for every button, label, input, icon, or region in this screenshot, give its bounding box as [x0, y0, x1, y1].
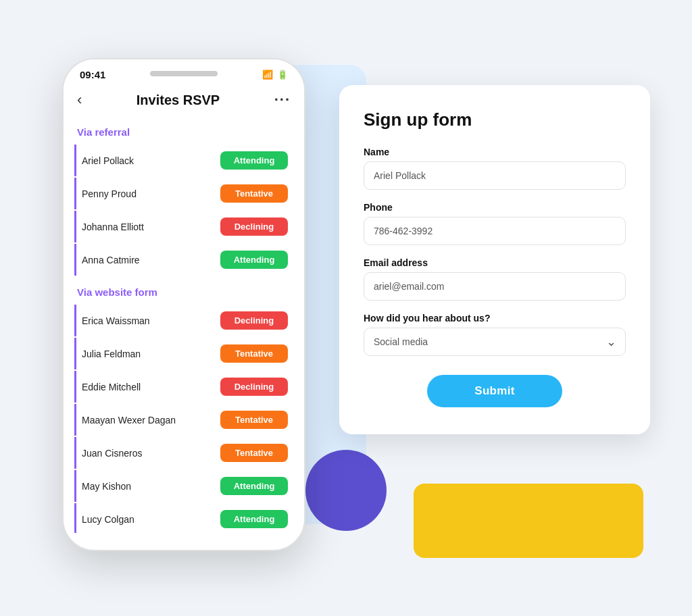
phone-input[interactable] — [364, 217, 626, 245]
name-input[interactable] — [364, 161, 626, 190]
decor-yellow-rect — [414, 484, 643, 558]
signup-form-card: Sign up form Name Phone Email address Ho… — [339, 85, 650, 434]
name-group: Name — [364, 147, 626, 190]
hear-about-group: How did you hear about us? Social mediaW… — [364, 313, 626, 356]
email-label: Email address — [364, 257, 626, 268]
hear-about-label: How did you hear about us? — [364, 313, 626, 324]
phone-label: Phone — [364, 202, 626, 213]
status-badge: Attending — [220, 510, 288, 528]
status-badge: Attending — [220, 251, 288, 269]
section-label: Via website form — [77, 286, 293, 298]
phone-group: Phone — [364, 202, 626, 245]
rsvp-item[interactable]: Juan CisnerosTentative — [74, 437, 293, 469]
rsvp-name: Penny Proud — [82, 188, 137, 199]
status-badge: Tentative — [220, 444, 288, 462]
rsvp-item[interactable]: Julia FeldmanTentative — [74, 338, 293, 369]
phone-title: Invites RSVP — [137, 93, 220, 108]
rsvp-item[interactable]: Ariel PollackAttending — [74, 145, 293, 176]
hear-about-select-wrapper: Social mediaWord of mouthAdvertisementOt… — [364, 328, 626, 356]
rsvp-list: Erica WaissmanDecliningJulia FeldmanTent… — [74, 305, 293, 533]
rsvp-item[interactable]: Johanna ElliottDeclining — [74, 211, 293, 242]
rsvp-item[interactable]: Anna CatmireAttending — [74, 244, 293, 276]
status-badge: Declining — [220, 217, 288, 236]
rsvp-name: Maayan Wexer Dagan — [82, 415, 176, 426]
status-badge: Declining — [220, 311, 288, 330]
phone-time: 09:41 — [80, 69, 105, 80]
more-button[interactable]: ··· — [274, 91, 291, 109]
phone-mockup: 09:41 📶 🔋 ‹ Invites RSVP ··· Via referra… — [62, 58, 305, 551]
status-bar: 09:41 📶 🔋 — [64, 59, 304, 86]
phone-notch — [150, 71, 218, 76]
status-badge: Tentative — [220, 411, 288, 429]
rsvp-name: Julia Feldman — [82, 349, 141, 359]
phone-content: Via referralAriel PollackAttendingPenny … — [64, 117, 304, 533]
rsvp-item[interactable]: Maayan Wexer DaganTentative — [74, 404, 293, 436]
status-badge: Attending — [220, 477, 288, 495]
status-badge: Tentative — [220, 344, 288, 363]
rsvp-item[interactable]: Penny ProudTentative — [74, 178, 293, 209]
status-badge: Declining — [220, 378, 288, 396]
submit-button[interactable]: Submit — [427, 375, 562, 407]
rsvp-item[interactable]: Eddie MitchellDeclining — [74, 371, 293, 403]
email-input[interactable] — [364, 272, 626, 301]
phone-header: ‹ Invites RSVP ··· — [64, 86, 304, 117]
rsvp-item[interactable]: Erica WaissmanDeclining — [74, 305, 293, 336]
rsvp-name: Ariel Pollack — [82, 155, 134, 166]
battery-icon: 🔋 — [277, 70, 288, 80]
form-title: Sign up form — [364, 109, 626, 130]
wifi-icon: 📶 — [262, 70, 273, 80]
rsvp-list: Ariel PollackAttendingPenny ProudTentati… — [74, 145, 293, 277]
decor-purple-circle — [305, 450, 387, 531]
rsvp-name: Erica Waissman — [82, 315, 150, 326]
name-label: Name — [364, 147, 626, 157]
back-button[interactable]: ‹ — [77, 91, 82, 109]
rsvp-name: May Kishon — [82, 481, 131, 492]
rsvp-name: Lucy Colgan — [82, 514, 134, 525]
status-badge: Tentative — [220, 184, 288, 203]
hear-about-select[interactable]: Social mediaWord of mouthAdvertisementOt… — [364, 328, 626, 356]
section-label: Via referral — [77, 126, 293, 138]
rsvp-name: Juan Cisneros — [82, 448, 143, 459]
rsvp-name: Anna Catmire — [82, 255, 140, 265]
rsvp-item[interactable]: Lucy ColganAttending — [74, 503, 293, 533]
rsvp-item[interactable]: May KishonAttending — [74, 470, 293, 502]
phone-icons: 📶 🔋 — [262, 70, 288, 80]
rsvp-name: Johanna Elliott — [82, 222, 144, 232]
email-group: Email address — [364, 257, 626, 301]
rsvp-name: Eddie Mitchell — [82, 382, 141, 392]
status-badge: Attending — [220, 151, 288, 170]
